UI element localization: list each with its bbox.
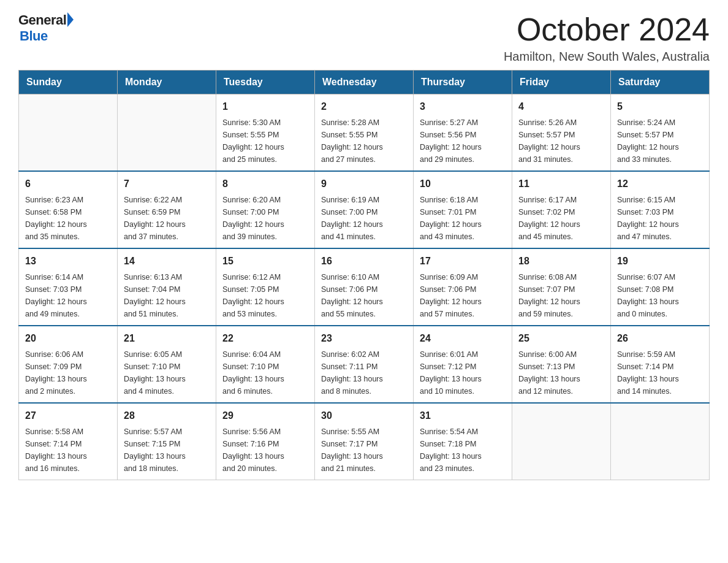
day-info: Sunrise: 5:27 AMSunset: 5:56 PMDaylight:… — [420, 117, 506, 166]
calendar-day-header: Tuesday — [216, 71, 315, 94]
day-info: Sunrise: 5:26 AMSunset: 5:57 PMDaylight:… — [518, 117, 604, 166]
calendar-cell: 7Sunrise: 6:22 AMSunset: 6:59 PMDaylight… — [118, 171, 216, 248]
day-number: 6 — [25, 177, 111, 191]
day-info: Sunrise: 6:10 AMSunset: 7:06 PMDaylight:… — [321, 271, 407, 320]
calendar-cell: 15Sunrise: 6:12 AMSunset: 7:05 PMDayligh… — [216, 248, 315, 326]
day-number: 7 — [124, 177, 210, 191]
day-number: 22 — [222, 331, 308, 346]
calendar-cell — [611, 403, 710, 480]
day-number: 27 — [25, 408, 111, 423]
calendar-table: SundayMondayTuesdayWednesdayThursdayFrid… — [18, 70, 710, 480]
calendar-cell: 3Sunrise: 5:27 AMSunset: 5:56 PMDaylight… — [414, 94, 512, 172]
logo-general-text: General — [18, 12, 66, 28]
calendar-day-header: Thursday — [414, 71, 512, 94]
day-number: 28 — [124, 408, 210, 423]
day-number: 18 — [518, 254, 604, 269]
day-info: Sunrise: 5:59 AMSunset: 7:14 PMDaylight:… — [617, 348, 703, 397]
calendar-cell: 12Sunrise: 6:15 AMSunset: 7:03 PMDayligh… — [611, 171, 710, 248]
calendar-cell — [118, 94, 216, 172]
day-info: Sunrise: 5:54 AMSunset: 7:18 PMDaylight:… — [420, 426, 506, 475]
day-number: 11 — [518, 177, 604, 191]
day-number: 4 — [518, 99, 604, 114]
day-number: 17 — [420, 254, 506, 269]
day-info: Sunrise: 6:00 AMSunset: 7:13 PMDaylight:… — [518, 348, 604, 397]
logo-triangle-icon — [67, 12, 74, 27]
calendar-cell: 13Sunrise: 6:14 AMSunset: 7:03 PMDayligh… — [19, 248, 118, 326]
calendar-cell: 28Sunrise: 5:57 AMSunset: 7:15 PMDayligh… — [118, 403, 216, 480]
calendar-cell: 27Sunrise: 5:58 AMSunset: 7:14 PMDayligh… — [19, 403, 118, 480]
page-title: October 2024 — [504, 12, 710, 47]
day-info: Sunrise: 6:20 AMSunset: 7:00 PMDaylight:… — [222, 194, 308, 243]
calendar-header: SundayMondayTuesdayWednesdayThursdayFrid… — [19, 71, 710, 94]
day-number: 24 — [420, 331, 506, 346]
logo-blue-text: Blue — [20, 28, 48, 44]
calendar-day-header: Sunday — [19, 71, 118, 94]
calendar-cell: 5Sunrise: 5:24 AMSunset: 5:57 PMDaylight… — [611, 94, 710, 172]
day-info: Sunrise: 5:57 AMSunset: 7:15 PMDaylight:… — [124, 426, 210, 475]
day-number: 26 — [617, 331, 703, 346]
calendar-cell: 14Sunrise: 6:13 AMSunset: 7:04 PMDayligh… — [118, 248, 216, 326]
day-info: Sunrise: 6:23 AMSunset: 6:58 PMDaylight:… — [25, 194, 111, 243]
day-info: Sunrise: 5:24 AMSunset: 5:57 PMDaylight:… — [617, 117, 703, 166]
calendar-cell — [19, 94, 118, 172]
day-info: Sunrise: 6:08 AMSunset: 7:07 PMDaylight:… — [518, 271, 604, 320]
day-number: 20 — [25, 331, 111, 346]
day-info: Sunrise: 6:12 AMSunset: 7:05 PMDaylight:… — [222, 271, 308, 320]
day-number: 14 — [124, 254, 210, 269]
day-info: Sunrise: 6:09 AMSunset: 7:06 PMDaylight:… — [420, 271, 506, 320]
calendar-day-header: Wednesday — [315, 71, 414, 94]
calendar-cell: 11Sunrise: 6:17 AMSunset: 7:02 PMDayligh… — [512, 171, 611, 248]
calendar-cell: 30Sunrise: 5:55 AMSunset: 7:17 PMDayligh… — [315, 403, 414, 480]
day-number: 3 — [420, 99, 506, 114]
calendar-cell: 19Sunrise: 6:07 AMSunset: 7:08 PMDayligh… — [611, 248, 710, 326]
calendar-cell: 26Sunrise: 5:59 AMSunset: 7:14 PMDayligh… — [611, 326, 710, 403]
calendar-day-header: Friday — [512, 71, 611, 94]
day-info: Sunrise: 6:17 AMSunset: 7:02 PMDaylight:… — [518, 194, 604, 243]
calendar-cell: 1Sunrise: 5:30 AMSunset: 5:55 PMDaylight… — [216, 94, 315, 172]
day-number: 1 — [222, 99, 308, 114]
day-number: 25 — [518, 331, 604, 346]
day-info: Sunrise: 6:06 AMSunset: 7:09 PMDaylight:… — [25, 348, 111, 397]
day-info: Sunrise: 5:58 AMSunset: 7:14 PMDaylight:… — [25, 426, 111, 475]
day-number: 29 — [222, 408, 308, 423]
calendar-cell: 16Sunrise: 6:10 AMSunset: 7:06 PMDayligh… — [315, 248, 414, 326]
day-number: 13 — [25, 254, 111, 269]
calendar-cell — [512, 403, 611, 480]
day-info: Sunrise: 6:13 AMSunset: 7:04 PMDaylight:… — [124, 271, 210, 320]
day-info: Sunrise: 6:07 AMSunset: 7:08 PMDaylight:… — [617, 271, 703, 320]
calendar-cell: 22Sunrise: 6:04 AMSunset: 7:10 PMDayligh… — [216, 326, 315, 403]
calendar-cell: 4Sunrise: 5:26 AMSunset: 5:57 PMDaylight… — [512, 94, 611, 172]
day-number: 8 — [222, 177, 308, 191]
day-info: Sunrise: 5:28 AMSunset: 5:55 PMDaylight:… — [321, 117, 407, 166]
day-number: 16 — [321, 254, 407, 269]
calendar-cell: 2Sunrise: 5:28 AMSunset: 5:55 PMDaylight… — [315, 94, 414, 172]
calendar-cell: 17Sunrise: 6:09 AMSunset: 7:06 PMDayligh… — [414, 248, 512, 326]
day-info: Sunrise: 6:05 AMSunset: 7:10 PMDaylight:… — [124, 348, 210, 397]
page-header: General Blue October 2024 Hamilton, New … — [18, 12, 710, 64]
day-info: Sunrise: 6:18 AMSunset: 7:01 PMDaylight:… — [420, 194, 506, 243]
day-number: 5 — [617, 99, 703, 114]
day-info: Sunrise: 5:30 AMSunset: 5:55 PMDaylight:… — [222, 117, 308, 166]
day-number: 21 — [124, 331, 210, 346]
day-info: Sunrise: 6:22 AMSunset: 6:59 PMDaylight:… — [124, 194, 210, 243]
day-number: 23 — [321, 331, 407, 346]
day-info: Sunrise: 6:02 AMSunset: 7:11 PMDaylight:… — [321, 348, 407, 397]
calendar-cell: 9Sunrise: 6:19 AMSunset: 7:00 PMDaylight… — [315, 171, 414, 248]
day-info: Sunrise: 6:01 AMSunset: 7:12 PMDaylight:… — [420, 348, 506, 397]
day-number: 30 — [321, 408, 407, 423]
calendar-cell: 20Sunrise: 6:06 AMSunset: 7:09 PMDayligh… — [19, 326, 118, 403]
calendar-cell: 23Sunrise: 6:02 AMSunset: 7:11 PMDayligh… — [315, 326, 414, 403]
day-number: 19 — [617, 254, 703, 269]
day-info: Sunrise: 6:14 AMSunset: 7:03 PMDaylight:… — [25, 271, 111, 320]
day-number: 31 — [420, 408, 506, 423]
day-info: Sunrise: 5:56 AMSunset: 7:16 PMDaylight:… — [222, 426, 308, 475]
day-number: 12 — [617, 177, 703, 191]
title-area: October 2024 Hamilton, New South Wales, … — [504, 12, 710, 64]
day-info: Sunrise: 6:15 AMSunset: 7:03 PMDaylight:… — [617, 194, 703, 243]
calendar-cell: 8Sunrise: 6:20 AMSunset: 7:00 PMDaylight… — [216, 171, 315, 248]
calendar-day-header: Monday — [118, 71, 216, 94]
calendar-body: 1Sunrise: 5:30 AMSunset: 5:55 PMDaylight… — [19, 94, 710, 480]
calendar-cell: 6Sunrise: 6:23 AMSunset: 6:58 PMDaylight… — [19, 171, 118, 248]
day-number: 2 — [321, 99, 407, 114]
calendar-cell: 29Sunrise: 5:56 AMSunset: 7:16 PMDayligh… — [216, 403, 315, 480]
